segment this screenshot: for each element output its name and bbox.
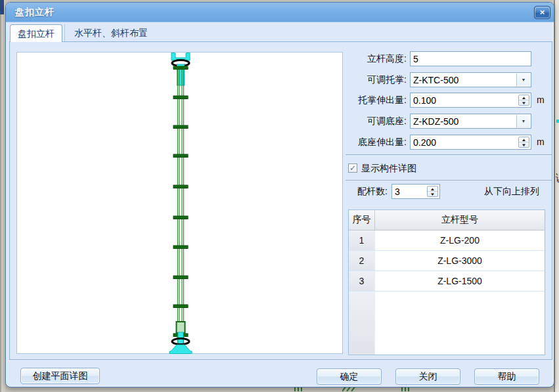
fork-head-value[interactable] — [413, 73, 516, 87]
rod-count-stepper[interactable]: ▲ ▼ — [427, 186, 438, 197]
rod-count-label: 配杆数: — [309, 184, 388, 198]
base-extension-label: 底座伸出量: — [328, 135, 407, 149]
row-model: Z-LG-3000 — [375, 251, 545, 271]
chevron-down-icon[interactable]: ▼ — [516, 74, 530, 86]
close-icon[interactable]: × — [534, 6, 550, 19]
base-label: 可调底座: — [328, 114, 407, 128]
table-row[interactable]: 2 Z-LG-3000 — [349, 251, 545, 271]
dialog-title: 盘扣立杆 — [15, 7, 55, 18]
close-button[interactable]: 关闭 — [395, 368, 460, 385]
create-plan-detail-button[interactable]: 创建平面详图 — [20, 368, 100, 384]
row-model: Z-LG-1500 — [375, 271, 545, 291]
base-extension-input[interactable] — [413, 135, 516, 149]
base-plate — [169, 345, 192, 354]
pole-height-field[interactable] — [410, 51, 531, 66]
pole-height-input[interactable] — [413, 52, 528, 66]
disc-rosettes — [173, 66, 188, 337]
rod-table: 序号 立杆型号 1 Z-LG-200 2 Z-LG-3000 3 Z-LG-15… — [348, 209, 545, 355]
tab-content-panel: 立杆高度: 可调托掌: ▼ 托掌伸出量: ▲ ▼ m 可调底座: ▼ 底座伸出量… — [9, 41, 552, 360]
spin-up-icon: ▲ — [519, 95, 529, 100]
background-window-corner — [0, 0, 4, 14]
fork-head-combobox[interactable]: ▼ — [410, 72, 531, 87]
ok-button[interactable]: 确定 — [317, 368, 382, 385]
spin-down-icon: ▼ — [519, 100, 529, 106]
base-value[interactable] — [413, 114, 516, 128]
chevron-down-icon[interactable]: ▼ — [516, 115, 530, 127]
tab-pankou-ligan[interactable]: 盘扣立杆 — [10, 24, 62, 42]
background-partial-text: 调 — [556, 172, 559, 185]
background-left-strip — [0, 0, 5, 392]
base-extension-unit: m — [537, 135, 550, 149]
background-cyan-mark — [556, 120, 559, 123]
pole-coupler — [177, 322, 185, 333]
base-extension-field[interactable]: ▲ ▼ — [410, 135, 531, 150]
show-detail-label: 显示构件详图 — [361, 162, 416, 174]
titlebar[interactable]: 盘扣立杆 × — [6, 3, 554, 22]
cad-hatch-mark — [293, 387, 303, 391]
rod-table-header: 序号 立杆型号 — [349, 210, 545, 230]
fork-extension-stepper[interactable]: ▲ ▼ — [518, 95, 529, 106]
row-no: 3 — [349, 271, 375, 291]
show-detail-checkbox[interactable]: ✓ — [348, 163, 357, 173]
help-button[interactable]: 帮助 — [474, 368, 539, 385]
fork-extension-unit: m — [537, 93, 550, 107]
separator — [346, 180, 552, 181]
spin-up-icon: ▲ — [519, 137, 529, 142]
header-no: 序号 — [349, 210, 375, 230]
fork-extension-label: 托掌伸出量: — [328, 93, 407, 107]
pole-drawing — [17, 53, 344, 355]
fork-head-label: 可调托掌: — [328, 72, 407, 87]
background-right-strip: 调 — [554, 0, 559, 392]
header-model: 立杆型号 — [375, 210, 545, 230]
base-extension-stepper[interactable]: ▲ ▼ — [518, 137, 529, 148]
table-empty-area — [349, 292, 545, 355]
spin-down-icon: ▼ — [519, 142, 529, 148]
fork-extension-input[interactable] — [413, 93, 516, 107]
background-bottom-strip — [5, 387, 554, 392]
pole-tubes — [178, 66, 184, 345]
table-row[interactable]: 3 Z-LG-1500 — [349, 271, 545, 292]
table-row[interactable]: 1 Z-LG-200 — [349, 230, 545, 251]
spin-up-icon: ▲ — [428, 186, 437, 192]
dialog-pankou-ligan: 盘扣立杆 × 盘扣立杆 水平杆、斜杆布置 — [5, 2, 554, 387]
tab-horizontal-diagonal-layout[interactable]: 水平杆、斜杆布置 — [64, 24, 157, 42]
row-model: Z-LG-200 — [375, 230, 545, 250]
check-icon: ✓ — [349, 164, 357, 173]
row-no: 1 — [349, 230, 375, 250]
row-no: 2 — [349, 251, 375, 271]
base-combobox[interactable]: ▼ — [410, 114, 531, 129]
cad-hatch-mark — [400, 387, 411, 391]
separator — [346, 154, 552, 155]
fork-extension-field[interactable]: ▲ ▼ — [410, 93, 531, 108]
spin-down-icon: ▼ — [428, 192, 437, 197]
rod-count-field[interactable]: ▲ ▼ — [391, 184, 440, 199]
order-note: 从下向上排列 — [484, 186, 539, 198]
rod-count-input[interactable] — [395, 185, 425, 198]
pole-height-label: 立杆高度: — [328, 51, 407, 66]
pole-preview-canvas[interactable] — [16, 52, 343, 354]
tab-bar: 盘扣立杆 水平杆、斜杆布置 — [6, 24, 554, 42]
